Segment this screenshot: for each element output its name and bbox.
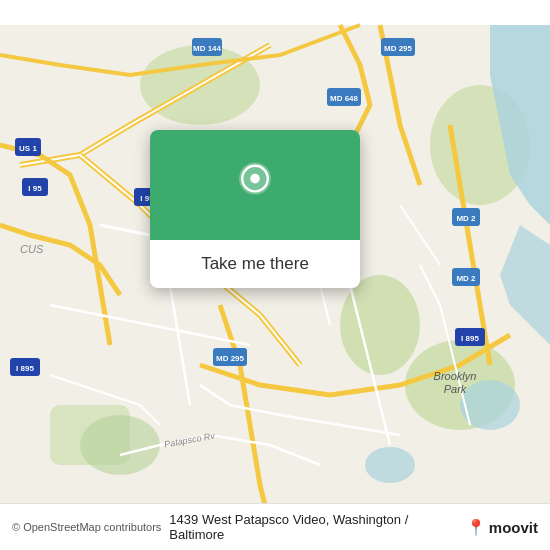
svg-point-6 — [80, 415, 160, 475]
svg-text:I 895: I 895 — [461, 334, 479, 343]
svg-point-8 — [365, 447, 415, 483]
location-label: 1439 West Patapsco Video, Washington / B… — [169, 512, 465, 542]
card-map-section — [150, 130, 360, 240]
svg-text:I 895: I 895 — [16, 364, 34, 373]
svg-text:MD 648: MD 648 — [330, 94, 359, 103]
svg-text:MD 295: MD 295 — [384, 44, 413, 53]
svg-text:Brooklyn: Brooklyn — [434, 370, 477, 382]
location-pin-icon — [231, 161, 279, 209]
action-card: Take me there — [150, 130, 360, 288]
svg-text:MD 144: MD 144 — [193, 44, 222, 53]
attribution-text: © OpenStreetMap contributors — [12, 521, 161, 533]
svg-text:MD 295: MD 295 — [216, 354, 245, 363]
map-container: MD 144 I 95 I 95 US 1 MD 648 MD 295 MD 2… — [0, 0, 550, 550]
moovit-logo: 📍 moovit — [466, 518, 538, 537]
card-button-section: Take me there — [150, 240, 360, 288]
location-info: 1439 West Patapsco Video, Washington / B… — [169, 512, 465, 542]
take-me-there-button[interactable]: Take me there — [201, 250, 309, 278]
svg-text:MD 2: MD 2 — [456, 274, 476, 283]
svg-text:CUS: CUS — [20, 243, 44, 255]
svg-point-37 — [250, 174, 260, 184]
moovit-pin-icon: 📍 — [466, 518, 486, 537]
moovit-brand-text: moovit — [489, 519, 538, 536]
svg-text:MD 2: MD 2 — [456, 214, 476, 223]
svg-text:I 95: I 95 — [28, 184, 42, 193]
svg-text:US 1: US 1 — [19, 144, 37, 153]
bottom-bar: © OpenStreetMap contributors 1439 West P… — [0, 503, 550, 550]
svg-text:Park: Park — [444, 383, 467, 395]
